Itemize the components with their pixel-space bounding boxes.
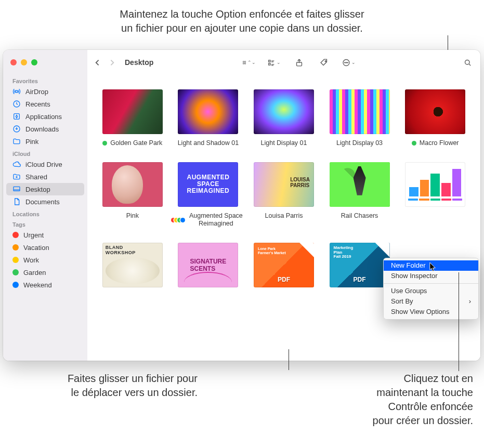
- sidebar: Favorites AirDrop Recents Applications D…: [3, 50, 87, 361]
- file-item[interactable]: Pink: [97, 162, 168, 228]
- submenu-chevron-icon: ›: [469, 296, 471, 307]
- file-thumbnail: [405, 89, 465, 134]
- sidebar-item-downloads[interactable]: Downloads: [3, 123, 87, 135]
- file-label: Macro Flower: [420, 139, 459, 148]
- sidebar-item-pink[interactable]: Pink: [3, 135, 87, 148]
- applications-icon: [12, 112, 21, 121]
- file-item[interactable]: AUGMENTEDSPACEREIMAGINED Augmented Space…: [173, 162, 244, 228]
- menu-separator: [384, 283, 478, 284]
- svg-point-13: [325, 60, 326, 61]
- menu-item-label: Show Inspector: [391, 271, 438, 281]
- file-item[interactable]: Rail Chasers: [324, 162, 396, 228]
- file-thumbnail: BLANDWORKSHOP: [102, 243, 163, 287]
- file-thumbnail: [405, 162, 465, 207]
- file-thumbnail: [254, 162, 314, 207]
- file-item[interactable]: Golden Gate Park: [97, 89, 168, 148]
- file-item[interactable]: Lone ParkFarmer's Market: [248, 243, 320, 293]
- file-thumbnail: [254, 89, 314, 134]
- menu-item-show-view-options[interactable]: Show View Options: [384, 307, 478, 317]
- svg-rect-5: [14, 187, 20, 191]
- file-item[interactable]: Light Display 01: [248, 89, 320, 148]
- chevron-down-icon: ⌄: [277, 60, 281, 65]
- file-item[interactable]: Light Display 03: [324, 89, 396, 148]
- document-icon: [12, 197, 21, 206]
- desktop-icon: [12, 185, 21, 193]
- sidebar-tag-item[interactable]: Work: [3, 254, 87, 266]
- minimize-button[interactable]: [21, 59, 27, 65]
- svg-rect-11: [269, 63, 270, 64]
- file-item[interactable]: SIGNATURESCENTS: [173, 243, 244, 293]
- leader-line: [459, 272, 459, 371]
- view-mode-button[interactable]: ⌃⌄: [242, 56, 256, 69]
- menu-item-show-inspector[interactable]: Show Inspector: [384, 271, 478, 281]
- sidebar-item-label: Garden: [23, 269, 46, 276]
- group-by-button[interactable]: ⌄: [267, 56, 281, 69]
- file-thumbnail: [330, 89, 390, 134]
- sidebar-item-label: iCloud Drive: [25, 161, 62, 168]
- callout-bottom-right: Cliquez tout enmaintenant la toucheContr…: [302, 372, 473, 428]
- fullscreen-button[interactable]: [31, 59, 37, 65]
- sidebar-item-airdrop[interactable]: AirDrop: [3, 85, 87, 98]
- sidebar-item-recents[interactable]: Recents: [3, 98, 87, 110]
- sidebar-section-icloud: iCloud: [3, 148, 87, 158]
- sidebar-item-icloud-drive[interactable]: iCloud Drive: [3, 158, 87, 170]
- sidebar-item-desktop[interactable]: Desktop: [6, 183, 84, 195]
- menu-item-use-groups[interactable]: Use Groups: [384, 286, 478, 296]
- more-actions-button[interactable]: ⌄: [342, 56, 356, 69]
- sidebar-item-label: Urgent: [23, 231, 44, 239]
- sidebar-tag-item[interactable]: Vacation: [3, 241, 87, 254]
- svg-point-4: [16, 177, 17, 178]
- file-label: Light and Shadow 01: [178, 139, 239, 148]
- sidebar-item-label: Recents: [25, 100, 50, 108]
- sidebar-tag-item[interactable]: Weekend: [3, 279, 87, 291]
- file-thumbnail: [102, 162, 163, 207]
- file-label: Pink: [126, 212, 139, 220]
- shared-folder-icon: [12, 173, 21, 181]
- file-item[interactable]: Louisa Parris: [248, 162, 320, 228]
- share-button[interactable]: [292, 56, 306, 69]
- sidebar-item-applications[interactable]: Applications: [3, 110, 87, 123]
- file-item[interactable]: Light and Shadow 01: [173, 89, 244, 148]
- tag-dot-icon: [12, 282, 19, 288]
- toolbar: Desktop ⌃⌄ ⌄ ⌄: [3, 50, 480, 75]
- chevron-down-icon: ⌄: [351, 60, 356, 65]
- file-thumbnail: [178, 89, 238, 134]
- tags-button[interactable]: [317, 56, 331, 69]
- sidebar-section-locations: Locations: [3, 208, 87, 218]
- file-item[interactable]: [399, 162, 471, 228]
- sidebar-item-label: Documents: [25, 198, 60, 206]
- menu-item-sort-by[interactable]: Sort By›: [384, 296, 478, 307]
- sidebar-section-tags: Tags: [3, 218, 87, 229]
- sidebar-item-label: Desktop: [25, 186, 50, 193]
- window-controls: [3, 59, 87, 65]
- svg-rect-8: [243, 63, 244, 64]
- path-title: Desktop: [125, 58, 153, 67]
- clock-icon: [12, 100, 21, 108]
- close-button[interactable]: [10, 59, 17, 65]
- file-item[interactable]: Macro Flower: [399, 89, 471, 148]
- sidebar-tag-item[interactable]: Garden: [3, 266, 87, 279]
- sidebar-tag-item[interactable]: Urgent: [3, 229, 87, 241]
- svg-rect-10: [269, 60, 270, 61]
- sidebar-item-shared[interactable]: Shared: [3, 170, 87, 183]
- search-button[interactable]: [461, 56, 474, 69]
- menu-item-label: New Folder: [391, 260, 425, 271]
- file-thumbnail: [102, 89, 163, 134]
- cursor-icon: [429, 262, 438, 272]
- menu-item-label: Show View Options: [391, 307, 450, 317]
- chevron-updown-icon: ⌃⌄: [247, 60, 256, 65]
- tag-dot-icon: [12, 244, 19, 251]
- tag-dot-icon: [412, 141, 416, 146]
- forward-button[interactable]: [105, 56, 119, 69]
- file-item[interactable]: BLANDWORKSHOP: [97, 243, 168, 293]
- sidebar-item-label: Weekend: [23, 281, 52, 289]
- back-button[interactable]: [90, 56, 104, 69]
- file-label: Light Display 03: [336, 139, 383, 148]
- file-label: Augmented Space Reimagined: [188, 212, 244, 228]
- svg-rect-6: [243, 61, 244, 62]
- file-thumbnail: MarketingPlanFall 2019: [330, 243, 390, 287]
- sidebar-item-documents[interactable]: Documents: [3, 195, 87, 208]
- tag-dot-icon: [12, 232, 19, 238]
- sidebar-item-label: AirDrop: [25, 88, 48, 96]
- leader-line: [289, 349, 289, 370]
